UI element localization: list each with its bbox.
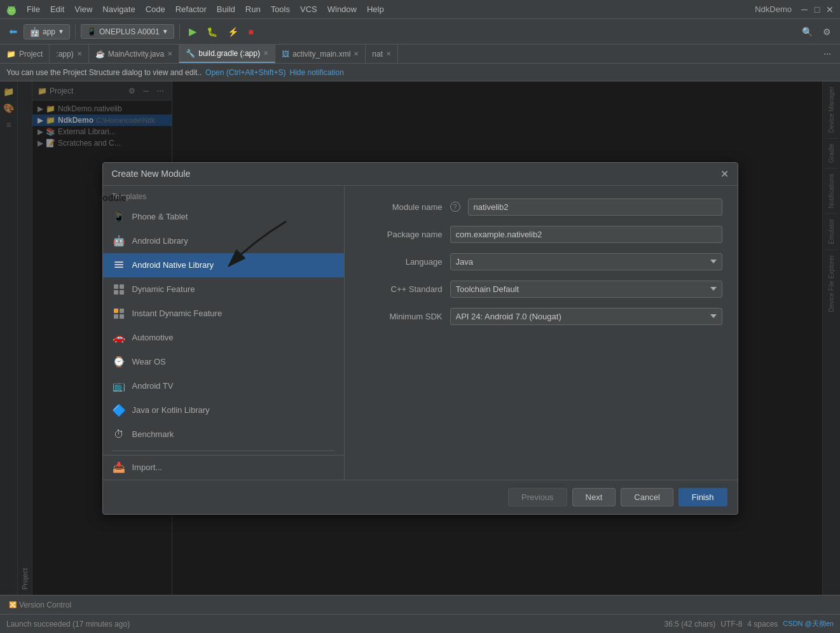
automotive-icon: 🚗 — [112, 331, 126, 345]
menu-item-edit[interactable]: Edit — [45, 2, 69, 17]
kotlin-library-icon: 🔷 — [112, 403, 126, 417]
dialog-body: Templates 📱 Phone & Tablet 🤖 Android Lib… — [103, 186, 738, 480]
settings-button[interactable]: ⚙ — [819, 24, 835, 39]
tab-close-nat[interactable]: ✕ — [386, 50, 391, 57]
window-title: NdkDemo — [755, 4, 792, 14]
svg-rect-2 — [9, 12, 10, 15]
next-button[interactable]: Next — [572, 488, 616, 506]
template-android-tv[interactable]: 📺 Android TV — [103, 374, 344, 398]
menu-item-file[interactable]: File — [22, 2, 45, 17]
search-button[interactable]: 🔍 — [798, 24, 816, 39]
notification-open-link[interactable]: Open (Ctrl+Alt+Shift+S) — [205, 68, 286, 77]
menu-item-code[interactable]: Code — [141, 2, 170, 17]
dialog-title: Create New Module — [112, 169, 191, 179]
app-logo — [5, 3, 18, 16]
status-csdn: CSDN @天彻en — [783, 619, 834, 629]
bottom-tab-version-control[interactable]: 🔀 Version Control — [3, 598, 78, 612]
tab-app[interactable]: :app) ✕ — [50, 45, 88, 63]
svg-rect-3 — [13, 12, 14, 15]
tab-close-app[interactable]: ✕ — [77, 50, 82, 57]
template-instant-dynamic-feature[interactable]: Instant Dynamic Feature — [103, 302, 344, 326]
debug-button[interactable]: 🐛 — [203, 24, 221, 39]
template-java-kotlin-library[interactable]: 🔷 Java or Kotlin Library — [103, 398, 344, 422]
svg-rect-14 — [114, 290, 118, 295]
module-name-label: Module name — [360, 202, 443, 212]
svg-rect-16 — [114, 309, 118, 313]
android-library-icon: 🤖 — [112, 234, 126, 248]
notification-hide-link[interactable]: Hide notification — [289, 68, 343, 77]
import-module-item[interactable]: 📥 Import... — [103, 455, 344, 480]
dialog-close-button[interactable]: ✕ — [720, 168, 729, 180]
module-name-help-icon[interactable]: ? — [450, 202, 460, 212]
package-name-input[interactable] — [450, 226, 722, 243]
template-android-library[interactable]: 🤖 Android Library — [103, 229, 344, 253]
status-position: 36:5 (42 chars) — [664, 620, 716, 629]
menu-bar: File Edit View Navigate Code Refactor Bu… — [0, 0, 840, 19]
tab-close-mainactivity[interactable]: ✕ — [167, 50, 172, 57]
menu-item-view[interactable]: View — [69, 2, 97, 17]
cpp-standard-select[interactable]: Toolchain Default C++11 C++14 C++17 — [450, 281, 722, 298]
tab-nat[interactable]: nat ✕ — [366, 45, 398, 63]
maximize-button[interactable]: □ — [812, 4, 822, 15]
benchmark-icon: ⏱ — [112, 428, 126, 442]
dialog-footer: Previous Next Cancel Finish — [103, 480, 738, 514]
status-message: Launch succeeded (17 minutes ago) — [6, 620, 130, 629]
template-list: Templates 📱 Phone & Tablet 🤖 Android Lib… — [103, 186, 345, 480]
notification-bar: You can use the Project Structure dialog… — [0, 64, 840, 81]
tab-close-activitymain[interactable]: ✕ — [354, 50, 359, 57]
more-tabs-button[interactable]: ⋯ — [820, 47, 835, 61]
device-dropdown[interactable]: 📱 ONEPLUS A0001 ▼ — [81, 24, 174, 39]
language-row: Language Java Kotlin — [360, 253, 722, 270]
menu-item-build[interactable]: Build — [212, 2, 240, 17]
template-dynamic-feature[interactable]: Dynamic Feature — [103, 277, 344, 302]
svg-point-7 — [13, 10, 14, 11]
tab-project[interactable]: 📁 Project — [0, 45, 50, 63]
template-phone-tablet[interactable]: 📱 Phone & Tablet — [103, 205, 344, 229]
menu-item-tools[interactable]: Tools — [266, 2, 295, 17]
close-button[interactable]: ✕ — [825, 4, 835, 15]
template-automotive[interactable]: 🚗 Automotive — [103, 326, 344, 350]
svg-point-6 — [10, 10, 11, 11]
minimum-sdk-select[interactable]: API 16: Android 4.1 (Jelly Bean) API 21:… — [450, 308, 722, 325]
tab-buildgradle[interactable]: 🔧 build.gradle (:app) ✕ — [179, 45, 275, 63]
finish-button[interactable]: Finish — [678, 488, 727, 506]
module-name-input[interactable] — [468, 198, 722, 216]
run-button[interactable]: ▶ — [185, 23, 200, 40]
package-name-label: Package name — [360, 230, 443, 239]
template-benchmark[interactable]: ⏱ Benchmark — [103, 422, 344, 447]
create-module-dialog: Create New Module ✕ Templates 📱 Phone & … — [102, 162, 738, 515]
language-select[interactable]: Java Kotlin — [450, 253, 722, 270]
project-dropdown[interactable]: 🤖 app ▼ — [24, 24, 70, 39]
svg-rect-18 — [114, 314, 118, 319]
tab-mainactivity[interactable]: ☕ MainActivity.java ✕ — [89, 45, 179, 63]
stop-button[interactable]: ■ — [245, 24, 258, 39]
menu-item-refactor[interactable]: Refactor — [170, 2, 212, 17]
menu-item-help[interactable]: Help — [362, 2, 389, 17]
tab-close-buildgradle[interactable]: ✕ — [263, 50, 268, 57]
cpp-standard-row: C++ Standard Toolchain Default C++11 C++… — [360, 281, 722, 298]
version-control-icon: 🔀 — [9, 601, 17, 608]
tab-activitymain[interactable]: 🖼 activity_main.xml ✕ — [275, 45, 366, 63]
menu-item-navigate[interactable]: Navigate — [97, 2, 140, 17]
svg-rect-1 — [8, 10, 15, 13]
status-encoding: UTF-8 — [720, 620, 742, 629]
template-wear-os[interactable]: ⌚ Wear OS — [103, 350, 344, 374]
minimize-button[interactable]: ─ — [799, 4, 809, 15]
svg-rect-9 — [114, 261, 123, 263]
minimum-sdk-label: Minimum SDK — [360, 312, 443, 321]
menu-item-run[interactable]: Run — [240, 2, 266, 17]
back-navigation-button[interactable]: ⬅ — [5, 23, 21, 40]
svg-rect-11 — [114, 267, 123, 268]
profile-button[interactable]: ⚡ — [224, 24, 242, 39]
svg-rect-12 — [114, 284, 118, 289]
instant-dynamic-feature-icon — [112, 307, 126, 321]
cancel-button[interactable]: Cancel — [621, 488, 673, 506]
dialog-overlay: Create New Module ✕ Templates 📱 Phone & … — [0, 81, 840, 595]
previous-button[interactable]: Previous — [508, 488, 567, 506]
menu-item-window[interactable]: Window — [322, 2, 362, 17]
menu-item-vcs[interactable]: VCS — [295, 2, 322, 17]
cpp-standard-label: C++ Standard — [360, 284, 443, 294]
svg-rect-10 — [114, 264, 123, 265]
template-android-native-library[interactable]: Android Native Library — [103, 253, 344, 277]
notification-text: You can use the Project Structure dialog… — [6, 68, 202, 77]
